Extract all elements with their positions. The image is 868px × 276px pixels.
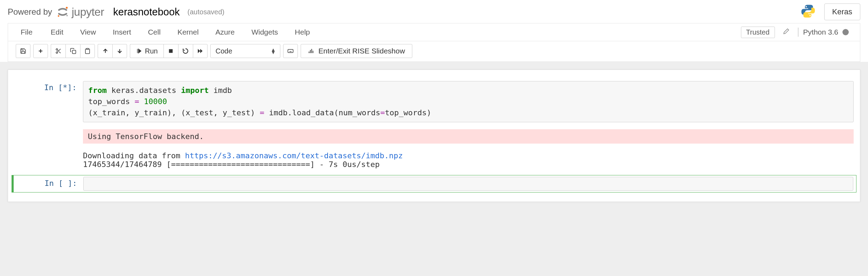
output-prompt: . <box>14 127 83 144</box>
kernel-name-label[interactable]: Python 3.6 <box>803 28 838 36</box>
autosaved-label: (autosaved) <box>188 8 225 16</box>
menu-kernel[interactable]: Kernel <box>172 28 204 36</box>
kernel-status-icon <box>842 29 849 35</box>
clipboard-icon <box>84 48 91 54</box>
svg-marker-17 <box>198 49 200 53</box>
svg-marker-18 <box>200 49 203 53</box>
header: Powered by jupyter kerasnotebook (autosa… <box>0 0 868 23</box>
svg-point-6 <box>56 52 58 53</box>
menu-cell[interactable]: Cell <box>142 28 166 36</box>
scissors-icon <box>55 48 62 54</box>
jupyter-icon <box>56 6 69 18</box>
menubar: File Edit View Insert Cell Kernel Azure … <box>8 23 860 41</box>
notebook-background: In [*]: from keras.datasets import imdb … <box>0 62 868 276</box>
output-stdout: Downloading data from https://s3.amazona… <box>83 148 854 172</box>
run-button[interactable]: Run <box>130 44 163 58</box>
notebook-name[interactable]: kerasnotebook <box>113 6 180 18</box>
menu-azure[interactable]: Azure <box>210 28 240 36</box>
run-icon <box>136 48 142 54</box>
restart-icon <box>182 48 189 54</box>
copy-icon <box>70 48 76 54</box>
restart-button[interactable] <box>178 44 193 58</box>
cell[interactable]: In [*]: from keras.datasets import imdb … <box>12 80 856 173</box>
code-input[interactable]: from keras.datasets import imdb top_word… <box>83 81 854 122</box>
cell-prompt: In [ ]: <box>15 177 83 191</box>
menu-edit[interactable]: Edit <box>45 28 69 36</box>
svg-point-2 <box>66 15 68 16</box>
svg-rect-16 <box>169 49 173 53</box>
svg-line-9 <box>57 50 58 51</box>
chevron-up-down-icon: ▲▼ <box>271 48 276 54</box>
code-input[interactable] <box>83 177 853 191</box>
svg-rect-10 <box>72 50 76 54</box>
move-down-button[interactable] <box>112 44 127 58</box>
celltype-select[interactable]: Code ▲▼ <box>210 44 280 58</box>
move-up-button[interactable] <box>98 44 112 58</box>
save-button[interactable] <box>16 44 30 58</box>
svg-point-0 <box>66 7 68 9</box>
run-button-label: Run <box>145 47 158 55</box>
svg-marker-15 <box>139 49 141 53</box>
divider <box>798 28 798 37</box>
menu-widgets[interactable]: Widgets <box>246 28 284 36</box>
cut-button[interactable] <box>51 44 65 58</box>
download-url-link[interactable]: https://s3.amazonaws.com/text-datasets/i… <box>185 151 403 160</box>
output-prompt: . <box>14 148 83 172</box>
svg-line-8 <box>59 52 60 53</box>
svg-point-1 <box>58 15 59 17</box>
save-icon <box>20 48 26 54</box>
notebook-container: In [*]: from keras.datasets import imdb … <box>8 70 860 202</box>
rise-slideshow-button[interactable]: Enter/Exit RISE Slideshow <box>301 44 412 58</box>
kernel-box-button[interactable]: Keras <box>824 3 860 20</box>
svg-rect-19 <box>288 50 293 53</box>
stop-icon <box>168 48 174 54</box>
interrupt-button[interactable] <box>163 44 178 58</box>
paste-button[interactable] <box>80 44 95 58</box>
menu-file[interactable]: File <box>16 28 38 36</box>
insert-cell-button[interactable] <box>33 44 48 58</box>
plus-icon <box>37 48 44 54</box>
arrow-up-icon <box>102 48 108 54</box>
toolbar: Run Code ▲▼ Enter/Exit RISE Slideshow <box>8 41 860 62</box>
keyboard-icon <box>287 48 294 54</box>
rise-button-label: Enter/Exit RISE Slideshow <box>318 47 405 55</box>
fast-forward-icon <box>197 48 203 54</box>
svg-point-5 <box>56 49 58 50</box>
celltype-value: Code <box>216 47 232 55</box>
python-icon <box>800 3 816 20</box>
pencil-icon[interactable] <box>779 28 793 36</box>
menu-help[interactable]: Help <box>289 28 315 36</box>
menu-view[interactable]: View <box>75 28 102 36</box>
jupyter-name-label: jupyter <box>72 6 104 19</box>
bar-chart-icon <box>308 48 314 54</box>
copy-button[interactable] <box>65 44 80 58</box>
trusted-badge[interactable]: Trusted <box>741 27 775 38</box>
cell-selected[interactable]: In [ ]: <box>12 175 856 193</box>
svg-rect-11 <box>86 49 89 50</box>
cell-prompt: In [*]: <box>14 81 83 122</box>
jupyter-logo[interactable]: jupyter <box>56 6 104 19</box>
powered-by-label: Powered by <box>8 7 52 17</box>
command-palette-button[interactable] <box>283 44 298 58</box>
restart-run-all-button[interactable] <box>193 44 208 58</box>
output-stderr: Using TensorFlow backend. <box>83 129 854 144</box>
menu-insert[interactable]: Insert <box>107 28 137 36</box>
arrow-down-icon <box>117 48 123 54</box>
